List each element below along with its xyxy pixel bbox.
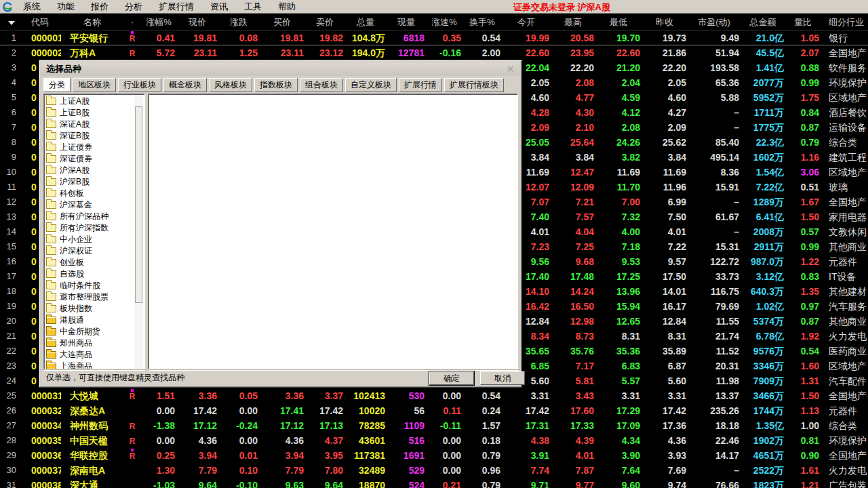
menubar-item[interactable]: 扩展行情 — [151, 1, 202, 12]
column-header-marker[interactable]: · — [123, 17, 141, 27]
tree-item[interactable]: 所有沪深指数 — [46, 222, 134, 234]
cell-industry: 综合类 — [821, 135, 868, 150]
tree-item[interactable]: 深证B股 — [46, 130, 134, 142]
cell-change_pct: 0.25 — [141, 448, 176, 463]
cell-industry: IT设备 — [821, 269, 868, 284]
column-header-high[interactable]: 最高 — [551, 16, 595, 28]
menubar-item[interactable]: 报价 — [83, 1, 117, 12]
column-header-price[interactable]: 现价 — [176, 16, 218, 28]
dialog-tab-5[interactable]: 指数板块 — [254, 78, 298, 92]
table-row[interactable]: 25000031大悦城R1.513.360.053.363.3710241353… — [0, 388, 868, 403]
menubar-item[interactable]: 工具 — [236, 1, 270, 12]
marker-dot-icon — [131, 449, 134, 451]
dialog-tab-2[interactable]: 行业板块 — [118, 78, 161, 92]
table-row[interactable]: 1000001平安银行R0.4119.810.0819.8119.82104.8… — [0, 30, 868, 45]
tree-item[interactable]: 上证B股 — [46, 107, 134, 119]
tree-item[interactable]: 科创板 — [46, 188, 134, 199]
tree-item[interactable]: 上证债券 — [46, 142, 134, 153]
dialog-title-bar[interactable]: 选择品种 ✕ — [41, 62, 520, 76]
tree-item-label: 上证B股 — [60, 107, 90, 119]
tree-item[interactable]: 大连商品 — [46, 349, 134, 361]
folder-icon — [46, 270, 56, 278]
stock-code: 000037 — [19, 463, 61, 478]
column-header-change[interactable]: 涨跌 — [218, 16, 259, 28]
tree-item[interactable]: 沪深A股 — [46, 165, 134, 176]
column-header-bid[interactable]: 买价 — [259, 16, 305, 28]
column-header-prev_close[interactable]: 昨收 — [642, 16, 688, 28]
trading-app-window: 系统功能报价分析扩展行情资讯工具帮助 证券交易未登录 沪深A股 代码名称·涨幅%… — [0, 0, 868, 488]
cell-prev_close: 4.27 — [642, 105, 688, 120]
tree-item[interactable]: 自选股 — [46, 268, 134, 280]
cell-turnover_pct: 0.96 — [462, 463, 502, 478]
column-header-ask[interactable]: 卖价 — [305, 16, 344, 28]
tree-item[interactable]: 中金所期货 — [46, 326, 134, 338]
tree-item[interactable]: 板块指数 — [46, 303, 134, 314]
dialog-tab-0[interactable]: 分类 — [43, 78, 71, 92]
dialog-tab-7[interactable]: 自定义板块 — [345, 78, 397, 92]
dialog-tab-6[interactable]: 组合板块 — [300, 78, 343, 92]
column-header-volume_ratio[interactable]: 量比 — [785, 16, 821, 28]
cell-amount: 9576万 — [741, 344, 785, 359]
table-row[interactable]: 29000036华联控股R0.253.940.013.943.951173811… — [0, 448, 868, 463]
tree-item[interactable]: 沪深权证 — [46, 245, 134, 257]
column-header-volume[interactable]: 总量 — [344, 16, 387, 28]
tree-item[interactable]: 临时条件股 — [46, 280, 134, 291]
tree-item[interactable]: 中小企业 — [46, 234, 134, 245]
cancel-button[interactable]: 取消 — [480, 371, 525, 385]
tree-item[interactable]: 沪深基金 — [46, 199, 134, 211]
cell-industry: 区域地产 — [821, 359, 868, 373]
column-header-name[interactable]: 名称 — [61, 16, 123, 28]
column-header-amount[interactable]: 总金额 — [741, 16, 785, 28]
cell-prev_close: 2.05 — [642, 75, 688, 90]
app-logo-icon[interactable] — [0, 1, 15, 13]
cell-prev_close: 8.31 — [642, 329, 688, 344]
table-row[interactable]: 26000032深桑达A0.0017.420.0017.4117.4210020… — [0, 403, 868, 418]
column-header-change_pct[interactable]: 涨幅% — [141, 16, 176, 28]
menubar-item[interactable]: 资讯 — [202, 1, 236, 12]
tree-scrollbar[interactable] — [134, 96, 143, 369]
column-header-speed_pct[interactable]: 涨速% — [426, 16, 462, 28]
menubar-item[interactable]: 功能 — [49, 1, 83, 12]
tree-item[interactable]: 深证债券 — [46, 153, 134, 165]
column-header-open[interactable]: 今开 — [502, 16, 551, 28]
cell-amount: 1289万 — [741, 195, 785, 209]
tree-item[interactable]: 创业板 — [46, 257, 134, 268]
cell-prev_close: 19.73 — [642, 30, 688, 45]
table-row[interactable]: 28000035中国天楹R0.004.360.004.364.374360151… — [0, 433, 868, 448]
tree-item[interactable]: 郑州商品 — [46, 338, 134, 349]
column-header-turnover_pct[interactable]: 换手% — [462, 16, 502, 28]
cell-industry: 环境保护 — [821, 75, 868, 90]
table-row[interactable]: 2000002万科AR5.7223.111.2523.1123.12194.0万… — [0, 45, 868, 60]
tree-item[interactable]: 深证A股 — [46, 119, 134, 130]
dialog-tab-1[interactable]: 地区板块 — [73, 78, 116, 92]
table-row[interactable]: 30000037深南电A1.307.790.107.797.8032489529… — [0, 463, 868, 478]
tree-item[interactable]: 上证A股 — [46, 96, 134, 107]
ok-button[interactable]: 确定 — [429, 371, 474, 385]
cell-turnover_pct: 1.57 — [462, 418, 502, 433]
dialog-close-icon[interactable]: ✕ — [506, 63, 515, 75]
menubar-item[interactable]: 分析 — [117, 1, 151, 12]
column-header-code[interactable]: 代码 — [19, 16, 61, 28]
tree-item[interactable]: 所有沪深品种 — [46, 211, 134, 222]
cell-prev_close: 3.84 — [642, 150, 688, 165]
cell-pe: 51.94 — [688, 45, 741, 60]
dialog-tab-8[interactable]: 扩展行情 — [399, 78, 442, 92]
tree-item[interactable]: 港股通 — [46, 314, 134, 326]
dialog-tab-4[interactable]: 风格板块 — [209, 78, 252, 92]
column-header-low[interactable]: 最低 — [595, 16, 642, 28]
cell-bid: 23.11 — [259, 45, 305, 60]
table-row[interactable]: 31000038深大通-1.039.64-0.109.639.641887052… — [0, 478, 868, 488]
dialog-tab-3[interactable]: 概念板块 — [163, 78, 207, 92]
menubar-item[interactable]: 帮助 — [270, 1, 304, 12]
cell-amount: 1711万 — [741, 105, 785, 120]
tree-item[interactable]: 退市整理股票 — [46, 291, 134, 303]
column-header-row_num[interactable] — [0, 17, 19, 27]
tree-item[interactable]: 沪深B股 — [46, 176, 134, 188]
column-header-pe[interactable]: 市盈(动) — [688, 16, 741, 28]
column-header-cur_volume[interactable]: 现量 — [387, 16, 426, 28]
table-row[interactable]: 27000034神州数码R-1.3817.12-0.2417.1217.1378… — [0, 418, 868, 433]
dialog-tab-9[interactable]: 扩展行情板块 — [444, 78, 504, 92]
menubar-item[interactable]: 系统 — [15, 1, 49, 12]
tree-scrollbar-thumb[interactable] — [135, 106, 142, 303]
column-header-industry[interactable]: 细分行业 — [821, 16, 868, 28]
